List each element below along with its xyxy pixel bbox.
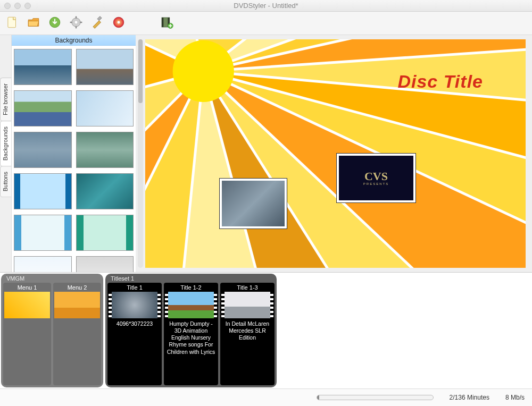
tile-caption: 4096*3072223 xyxy=(114,318,155,329)
menu-canvas-wrap: Disc Title CVS PRESENTS xyxy=(136,35,532,272)
background-thumb[interactable] xyxy=(14,256,72,272)
background-thumb[interactable] xyxy=(14,90,72,126)
save-project-button[interactable] xyxy=(47,15,63,31)
tile-caption: Humpty Dumpty - 3D Animation English Nur… xyxy=(164,318,218,358)
save-icon xyxy=(48,15,62,31)
background-thumb[interactable] xyxy=(14,49,72,85)
svg-point-9 xyxy=(118,21,120,23)
menu-tile[interactable]: Menu 1 xyxy=(3,283,51,385)
tile-head: Menu 2 xyxy=(53,283,101,292)
background-thumb[interactable] xyxy=(76,90,134,126)
backgrounds-list xyxy=(12,46,136,272)
tile-thumbnail xyxy=(168,292,214,318)
canvas-scrollbar[interactable] xyxy=(138,39,143,268)
title-tile[interactable]: Title 1-3In Detail McLaren Mercedes SLR … xyxy=(220,283,275,385)
tools-button[interactable] xyxy=(89,15,105,31)
canvas-scroll-thumb[interactable] xyxy=(138,39,143,103)
new-icon xyxy=(5,15,19,31)
background-thumb[interactable] xyxy=(76,215,134,251)
vmgm-group: VMGMMenu 1Menu 2 xyxy=(1,274,103,387)
video-placeholder-1[interactable] xyxy=(220,179,287,229)
background-thumb[interactable] xyxy=(76,173,134,209)
group-title: VMGM xyxy=(3,275,101,283)
svg-rect-11 xyxy=(162,18,163,27)
side-tab-buttons[interactable]: Buttons xyxy=(0,166,11,197)
status-minutes: 2/136 Minutes xyxy=(450,394,489,401)
tile-caption: In Detail McLaren Mercedes SLR Edition xyxy=(220,318,275,343)
side-panel-header: Backgrounds xyxy=(12,35,136,46)
background-thumb[interactable] xyxy=(14,173,72,209)
menu-tile[interactable]: Menu 2 xyxy=(53,283,101,385)
tile-head: Title 1 xyxy=(107,283,162,292)
group-title: Titleset 1 xyxy=(107,275,275,283)
svg-point-3 xyxy=(75,21,78,23)
titleset-group: Titleset 1Title 14096*3072223Title 1-2Hu… xyxy=(105,274,277,387)
timeline-strip: VMGMMenu 1Menu 2Titleset 1Title 14096*30… xyxy=(0,272,532,388)
background-thumb[interactable] xyxy=(14,215,72,251)
settings-icon xyxy=(69,15,83,31)
side-tab-strip: Buttons Backgrounds File browser xyxy=(0,35,12,272)
open-icon xyxy=(27,15,40,31)
menu-canvas[interactable]: Disc Title CVS PRESENTS xyxy=(145,39,526,268)
settings-button[interactable] xyxy=(68,15,84,31)
svg-point-31 xyxy=(173,40,234,102)
title-tile[interactable]: Title 14096*3072223 xyxy=(107,283,162,385)
video-placeholder-2[interactable]: CVS PRESENTS xyxy=(337,154,415,202)
main-toolbar xyxy=(0,12,532,35)
tile-head: Title 1-3 xyxy=(220,283,275,292)
tools-icon xyxy=(90,15,104,31)
disc-title-text[interactable]: Disc Title xyxy=(397,71,483,92)
side-panel: Backgrounds xyxy=(12,35,136,272)
status-bar: 2/136 Minutes 8 Mb/s xyxy=(0,388,532,406)
side-tab-file-browser[interactable]: File browser xyxy=(0,78,11,121)
burn-button[interactable] xyxy=(111,15,127,31)
disc-usage-meter xyxy=(317,395,434,400)
tile-thumbnail xyxy=(112,292,157,318)
background-thumb[interactable] xyxy=(14,132,72,168)
title-tile[interactable]: Title 1-2Humpty Dumpty - 3D Animation En… xyxy=(164,283,218,385)
window-title: DVDStyler - Untitled* xyxy=(0,2,532,10)
placeholder-logo-sub: PRESENTS xyxy=(363,182,389,185)
new-project-button[interactable] xyxy=(4,15,20,31)
main-area: Buttons Backgrounds File browser Backgro… xyxy=(0,35,532,272)
background-thumb[interactable] xyxy=(76,132,134,168)
status-bitrate: 8 Mb/s xyxy=(505,394,525,401)
add-video-button[interactable] xyxy=(159,15,174,31)
title-bar: DVDStyler - Untitled* xyxy=(0,0,532,12)
add-video-icon xyxy=(160,15,173,31)
background-thumb[interactable] xyxy=(76,256,134,272)
tile-thumbnail xyxy=(54,292,100,318)
side-tab-backgrounds[interactable]: Backgrounds xyxy=(0,121,11,166)
tile-thumbnail xyxy=(4,292,50,318)
open-project-button[interactable] xyxy=(26,15,41,31)
disc-usage-fill xyxy=(317,395,319,400)
tile-head: Menu 1 xyxy=(3,283,51,292)
background-thumb[interactable] xyxy=(76,49,134,85)
burn-icon xyxy=(112,15,126,31)
placeholder-logo-text: CVS xyxy=(363,171,389,182)
tile-head: Title 1-2 xyxy=(164,283,218,292)
tile-thumbnail xyxy=(225,292,270,318)
